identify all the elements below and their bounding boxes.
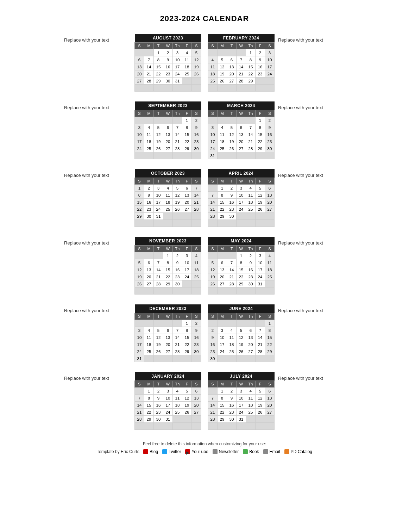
calendar-day: 3: [173, 49, 182, 56]
calendar-day: 2: [265, 117, 275, 124]
calendar-day: 11: [144, 131, 154, 138]
calendar-day: 20: [163, 138, 173, 145]
calendar-day: [154, 320, 163, 327]
calendar-day: [144, 152, 154, 159]
calendar-day: [265, 220, 275, 227]
calendar-day: [218, 152, 227, 159]
calendar-table: DECEMBER 2023SMTWThFS1234567891011121314…: [134, 304, 201, 362]
calendar-day: [182, 85, 192, 92]
calendar-day: 15: [237, 266, 246, 273]
calendar-day: 16: [173, 266, 182, 273]
calendar-day: [163, 423, 173, 430]
calendar-day: 31: [208, 152, 218, 159]
calendar-day: [218, 85, 227, 92]
calendar-day: [208, 220, 218, 227]
calendar-day: [227, 152, 237, 159]
calendar-day: 2: [246, 252, 256, 259]
calendar-day: 22: [154, 70, 163, 78]
calendar-section: Replace with your textOCTOBER 2023SMTWTh…: [7, 169, 402, 227]
calendar-day: 26: [218, 78, 227, 85]
calendar-day: 28: [173, 348, 182, 355]
calendar-day: 22: [144, 409, 154, 416]
calendar-day: [246, 355, 256, 362]
calendar-day: 6: [246, 327, 256, 334]
calendar-day: [237, 423, 246, 430]
calendar-day: 13: [237, 131, 246, 138]
calendar-day: 26: [182, 409, 192, 416]
email-link[interactable]: Email: [270, 448, 280, 456]
calendar-day: 16: [144, 199, 154, 206]
calendar-day: [256, 423, 265, 430]
calendar-day: 18: [144, 138, 154, 145]
calendar-day: [246, 423, 256, 430]
calendar-day: [265, 85, 275, 92]
pd-catalog-link[interactable]: PD Catalog: [291, 448, 312, 456]
calendar-day: [256, 213, 265, 220]
calendar-day: 26: [227, 145, 237, 152]
youtube-link[interactable]: YouTube: [191, 448, 208, 456]
calendar-day: [135, 320, 144, 327]
calendar-day: 19: [237, 341, 246, 348]
side-text-left: Replace with your text: [64, 372, 134, 381]
calendar-day: 17: [208, 138, 218, 145]
calendar-day: 15: [265, 334, 275, 341]
calendar-day: 2: [256, 49, 265, 56]
calendar-day: 13: [192, 395, 201, 402]
calendar-day: [163, 152, 173, 159]
calendar-day: [246, 320, 256, 327]
calendar-day: [173, 117, 182, 124]
calendar-day: [192, 78, 201, 85]
calendar-day: 4: [144, 124, 154, 131]
calendar-day: 9: [208, 334, 218, 341]
calendar-day: 24: [218, 348, 227, 355]
calendar-day: 8: [218, 395, 227, 402]
calendar-day: [256, 287, 265, 295]
calendar-day: 24: [154, 206, 163, 213]
calendar-day: 17: [173, 63, 182, 70]
twitter-link[interactable]: Twitter: [169, 448, 181, 456]
calendar-day: [246, 220, 256, 227]
youtube-icon: ▶: [185, 449, 190, 454]
calendar-day: 26: [256, 206, 265, 213]
calendar-day: 15: [182, 334, 192, 341]
calendar-day: 22: [163, 273, 173, 280]
calendar-day: [154, 355, 163, 362]
calendar-day: 1: [182, 117, 192, 124]
calendar-day: 29: [144, 416, 154, 423]
book-link[interactable]: Book: [249, 448, 259, 456]
calendar-day: 6: [237, 124, 246, 131]
calendar-day: 31: [135, 355, 144, 362]
calendar-day: 5: [208, 259, 218, 266]
calendar-day: 4: [192, 252, 201, 259]
calendar-day: [173, 287, 182, 295]
newsletter-link[interactable]: Newsletter: [219, 448, 239, 456]
calendar-day: [227, 117, 237, 124]
calendar-day: 1: [256, 117, 265, 124]
calendar-day: 23: [227, 206, 237, 213]
calendar-day: [237, 287, 246, 295]
calendar-day: 28: [227, 280, 237, 287]
calendar-day: [237, 355, 246, 362]
calendar-day: 3: [237, 185, 246, 192]
calendar-day: 30: [265, 145, 275, 152]
calendar-day: 10: [256, 259, 265, 266]
calendar-day: 12: [208, 266, 218, 273]
calendar-day: [218, 220, 227, 227]
calendar-day: [208, 85, 218, 92]
calendar-day: 5: [154, 327, 163, 334]
calendar-day: 3: [182, 252, 192, 259]
blog-link[interactable]: Blog: [150, 448, 158, 456]
calendar-day: 28: [246, 145, 256, 152]
side-text-left: Replace with your text: [64, 34, 134, 43]
calendar-day: 30: [163, 78, 173, 85]
calendar-day: [135, 287, 144, 295]
calendar-day: 23: [208, 348, 218, 355]
calendar-day: 27: [163, 145, 173, 152]
calendar-day: 24: [256, 273, 265, 280]
calendar-day: [192, 280, 201, 287]
side-text-left: Replace with your text: [64, 304, 134, 313]
calendar-day: 6: [265, 388, 275, 395]
calendar-day: 24: [237, 206, 246, 213]
calendar-day: 15: [218, 402, 227, 409]
calendar-day: 5: [218, 56, 227, 63]
